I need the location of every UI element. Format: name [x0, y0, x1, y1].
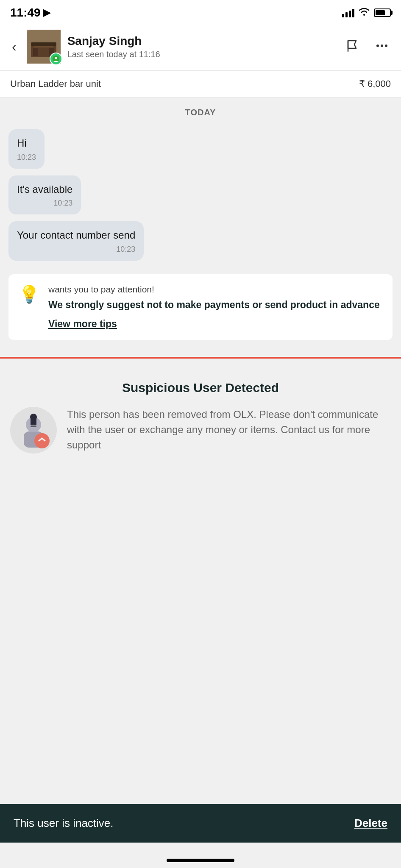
message-time: 10:23 [17, 199, 72, 208]
message-text: Your contact number send [17, 228, 135, 242]
message-text: Hi [17, 136, 36, 150]
user-info: Sanjay Singh Last seen today at 11:16 [67, 34, 335, 59]
svg-point-7 [55, 57, 57, 59]
svg-rect-15 [31, 419, 36, 425]
suspicious-content: This person has been removed from OLX. P… [10, 407, 391, 453]
message-text: It's available [17, 182, 72, 197]
svg-rect-16 [31, 426, 36, 427]
more-button[interactable] [371, 35, 393, 58]
svg-point-10 [385, 45, 387, 47]
location-icon: ▶ [43, 7, 50, 18]
warning-text: We strongly suggest not to make payments… [48, 298, 380, 312]
message-time: 10:23 [17, 245, 135, 254]
message-bubble: It's available 10:23 [8, 175, 81, 215]
home-indicator [167, 859, 234, 862]
chat-header: ‹ Sanjay Singh Last seen today at 11:16 [0, 23, 401, 71]
user-name: Sanjay Singh [67, 34, 335, 48]
item-name: Urban Ladder bar unit [10, 78, 351, 89]
item-price: ₹ 6,000 [359, 78, 391, 89]
suspicious-section: Suspicious User Detected This person has… [0, 372, 401, 470]
svg-rect-2 [31, 42, 56, 46]
svg-rect-5 [34, 46, 53, 47]
user-status: Last seen today at 11:16 [67, 50, 335, 59]
status-icons [342, 7, 391, 18]
svg-point-17 [34, 433, 50, 448]
warning-content: wants you to pay attention! We strongly … [48, 284, 380, 330]
message-bubble: Hi 10:23 [8, 129, 45, 169]
delete-button[interactable]: Delete [354, 817, 387, 830]
messages-container: Hi 10:23 It's available 10:23 Your conta… [8, 129, 393, 267]
bottom-bar: This user is inactive. Delete [0, 804, 401, 843]
svg-point-8 [376, 45, 379, 47]
suspicious-avatar [10, 407, 57, 453]
wifi-icon [359, 7, 370, 18]
item-bar: Urban Ladder bar unit ₹ 6,000 [0, 71, 401, 97]
inactive-text: This user is inactive. [14, 817, 114, 830]
chat-area: TODAY Hi 10:23 It's available 10:23 Your… [0, 97, 401, 357]
time-display: 11:49 [10, 6, 41, 19]
status-time: 11:49 ▶ [10, 6, 50, 19]
svg-rect-3 [33, 48, 38, 56]
back-button[interactable]: ‹ [8, 37, 20, 56]
status-bar: 11:49 ▶ [0, 0, 401, 23]
message-bubble: Your contact number send 10:23 [8, 221, 144, 261]
message-time: 10:23 [17, 153, 36, 162]
suspicious-description: This person has been removed from OLX. P… [67, 407, 391, 453]
warning-title: wants you to pay attention! [48, 284, 380, 295]
suspicious-title: Suspicious User Detected [10, 381, 391, 395]
header-actions [342, 35, 393, 58]
date-label: TODAY [8, 108, 393, 117]
battery-icon [374, 8, 391, 17]
view-more-tips-link[interactable]: View more tips [48, 318, 117, 329]
warning-icon: 💡 [19, 284, 40, 304]
red-divider [0, 357, 401, 359]
avatar-badge [50, 53, 62, 65]
signal-icon [342, 8, 354, 17]
flag-button[interactable] [342, 35, 363, 58]
warning-card: 💡 wants you to pay attention! We strongl… [8, 274, 393, 340]
spacer [0, 470, 401, 555]
svg-point-9 [381, 45, 383, 47]
user-avatar [27, 30, 61, 64]
